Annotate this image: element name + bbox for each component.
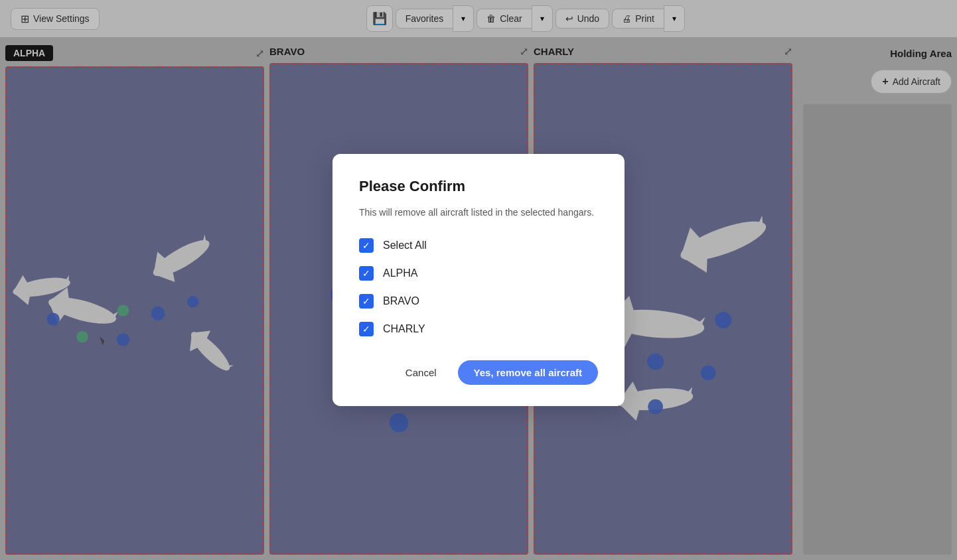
cancel-button[interactable]: Cancel: [392, 360, 450, 385]
checkbox-charly[interactable]: ✓ CHARLY: [359, 322, 598, 336]
checkbox-charly-box[interactable]: ✓: [359, 322, 374, 336]
checkbox-select-all-label: Select All: [383, 240, 427, 251]
confirm-label: Yes, remove all aircraft: [474, 367, 582, 378]
checkbox-charly-label: CHARLY: [383, 323, 425, 335]
modal-footer: Cancel Yes, remove all aircraft: [359, 360, 598, 385]
confirm-modal: Please Confirm This will remove all airc…: [332, 154, 625, 406]
checkbox-bravo[interactable]: ✓ BRAVO: [359, 294, 598, 309]
checkbox-alpha-check: ✓: [362, 269, 370, 278]
checkbox-select-all-box[interactable]: ✓: [359, 238, 374, 253]
checkbox-alpha-box[interactable]: ✓: [359, 266, 374, 281]
hangar-checkbox-group: ✓ Select All ✓ ALPHA ✓ BRAVO: [359, 238, 598, 336]
checkbox-alpha-label: ALPHA: [383, 267, 417, 279]
modal-overlay[interactable]: Please Confirm This will remove all airc…: [0, 0, 957, 560]
checkbox-bravo-check: ✓: [362, 297, 370, 306]
confirm-remove-button[interactable]: Yes, remove all aircraft: [458, 360, 598, 385]
checkbox-bravo-label: BRAVO: [383, 295, 419, 307]
checkbox-select-all-check: ✓: [362, 241, 370, 250]
modal-description: This will remove all aircraft listed in …: [359, 206, 598, 220]
checkbox-select-all[interactable]: ✓ Select All: [359, 238, 598, 253]
modal-title: Please Confirm: [359, 178, 598, 195]
checkbox-alpha[interactable]: ✓ ALPHA: [359, 266, 598, 281]
checkbox-charly-check: ✓: [362, 324, 370, 334]
checkbox-bravo-box[interactable]: ✓: [359, 294, 374, 309]
cancel-label: Cancel: [405, 367, 437, 378]
